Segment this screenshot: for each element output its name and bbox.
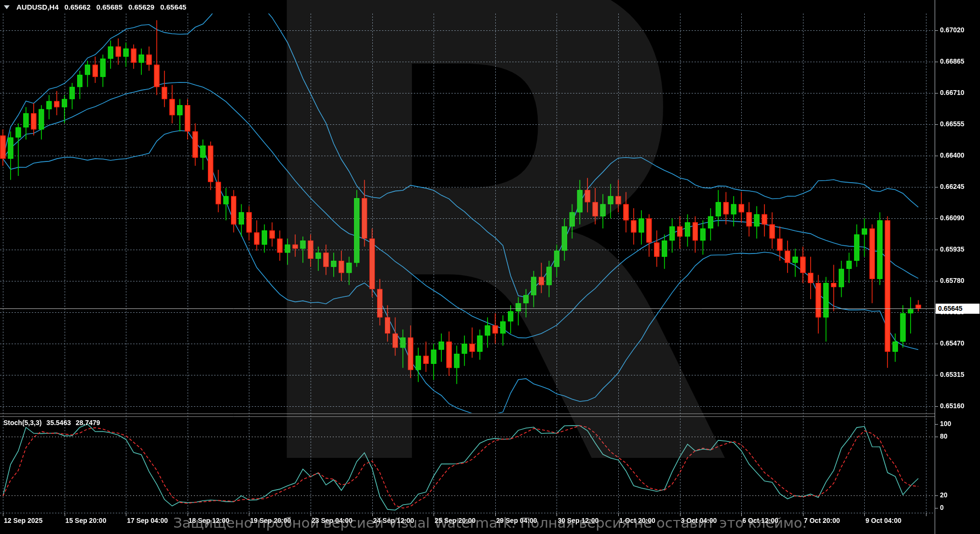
stoch-name: Stoch(5,3,3): [3, 419, 41, 427]
price-axis-label: 0.65470: [940, 339, 965, 347]
price-axis-label: 0.66555: [940, 120, 965, 128]
date-axis-label: 1 Oct 20:00: [619, 517, 655, 524]
current-price-tag: 0.65645: [936, 304, 980, 314]
stoch-signal-value: 28.7479: [76, 419, 100, 427]
symbol-dropdown-icon[interactable]: [4, 5, 10, 9]
date-axis-label: 6 Oct 12:00: [742, 517, 778, 524]
price-chart-canvas[interactable]: [0, 0, 980, 534]
date-axis-label: 7 Oct 20:00: [804, 517, 840, 524]
price-axis-label: 0.66245: [940, 183, 965, 190]
date-axis-label: 3 Oct 04:00: [681, 517, 717, 524]
price-axis-label: 0.66400: [940, 151, 965, 159]
ohlc-open: 0.65662: [65, 3, 91, 11]
date-axis-label: 30 Sep 12:00: [558, 517, 599, 524]
stochastic-indicator-label: Stoch(5,3,3) 35.5463 28.7479: [3, 419, 100, 427]
stoch-axis-label: 100: [940, 420, 951, 427]
symbol-label: AUDUSD,H4: [16, 3, 59, 11]
chart-header-ohlc: AUDUSD,H4 0.65662 0.65685 0.65629 0.6564…: [4, 3, 186, 11]
price-axis-label: 0.65935: [940, 245, 965, 253]
date-axis-label: 17 Sep 04:00: [127, 517, 168, 524]
date-axis-label: 29 Sep 04:00: [496, 517, 537, 524]
stoch-axis-label: 20: [940, 491, 948, 499]
price-axis-label: 0.66090: [940, 214, 965, 222]
date-axis-label: 12 Sep 2025: [4, 517, 42, 524]
ohlc-high: 0.65685: [96, 3, 122, 11]
price-axis-label: 0.67020: [940, 26, 965, 34]
date-axis-label: 24 Sep 12:00: [373, 517, 414, 524]
price-axis-label: 0.65780: [940, 277, 965, 284]
date-axis-label: 19 Sep 20:00: [250, 517, 291, 524]
stoch-axis-label: 0: [940, 504, 944, 511]
date-axis-label: 15 Sep 20:00: [66, 517, 107, 524]
date-axis-label: 18 Sep 12:00: [189, 517, 230, 524]
price-axis-label: 0.65160: [940, 402, 965, 410]
ohlc-low: 0.65629: [128, 3, 154, 11]
ohlc-close: 0.65645: [160, 3, 186, 11]
mt4-chart-window: R AUDUSD,H4 0.65662 0.65685 0.65629 0.65…: [0, 0, 980, 534]
date-axis-label: 25 Sep 20:00: [435, 517, 476, 524]
price-axis-label: 0.66865: [940, 57, 965, 65]
stoch-main-value: 35.5463: [46, 419, 71, 427]
price-axis-label: 0.65315: [940, 371, 965, 378]
date-axis-label: 9 Oct 04:00: [865, 517, 901, 524]
stoch-axis-label: 80: [940, 432, 948, 440]
date-axis-label: 23 Sep 04:00: [312, 517, 353, 524]
price-axis-label: 0.66710: [940, 89, 965, 96]
